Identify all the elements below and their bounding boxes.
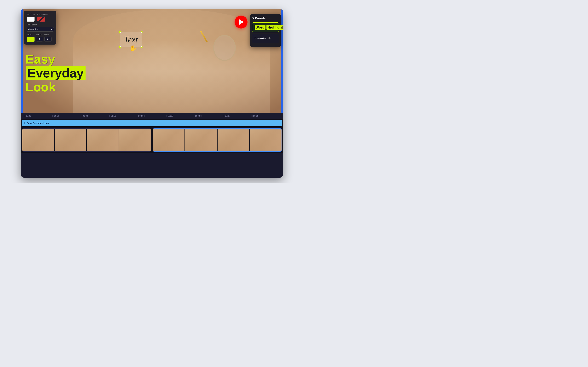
prop-dash: Dash 0: [44, 33, 51, 42]
prop-row-colors: Text Color Background: [27, 13, 54, 22]
time-mark-8: | 00:08: [251, 115, 280, 117]
border-label: Border: [36, 33, 43, 36]
thumbnail-4: [119, 129, 151, 151]
handle-top-right[interactable]: [141, 31, 142, 33]
draggable-text-element[interactable]: Text ✋: [120, 32, 142, 47]
video-text-overlay: Easy Everyday Look: [26, 53, 86, 93]
time-mark-3: | 00:03: [109, 115, 138, 117]
text-track[interactable]: T Easy Everyday Look: [22, 120, 282, 126]
thumbnail-group-2[interactable]: [153, 128, 282, 152]
preset-item-karaoke[interactable]: Karaoke title: [252, 34, 279, 43]
presets-title: Presets: [255, 17, 266, 20]
editor-panel: Easy Everyday Look Text ✋: [21, 9, 283, 178]
properties-panel: Text Color Background Font Family Geeza …: [24, 11, 56, 45]
font-family-selector[interactable]: Geeza Pro ▾: [27, 27, 54, 32]
preset-word-text: Word: [255, 25, 266, 30]
preset-karaoke-word: Karaoke: [255, 37, 266, 40]
video-border-left: [21, 9, 23, 113]
time-mark-5: | 00:05: [166, 115, 195, 117]
video-preview: Easy Everyday Look Text ✋: [21, 9, 283, 113]
preset-item-word-highlight[interactable]: Word Highlight: [252, 22, 279, 33]
prop-font-family-group: Font Family Geeza Pro ▾: [27, 24, 54, 32]
stroke-color-swatch[interactable]: [27, 37, 35, 42]
background-swatch[interactable]: [37, 17, 45, 22]
dash-label: Dash: [44, 33, 51, 36]
draggable-text-content: Text: [124, 35, 138, 44]
thumbnail-3: [87, 129, 119, 151]
youtube-play-icon: [239, 19, 244, 25]
main-container: Easy Everyday Look Text ✋: [11, 6, 283, 178]
thumbnail-6: [185, 129, 217, 151]
dash-value[interactable]: 0: [44, 37, 51, 42]
cursor-hand-icon: ✋: [130, 45, 137, 52]
preset-highlight-badge: Highlight: [266, 25, 283, 30]
thumbnails-row: [21, 127, 283, 153]
handle-bottom-left[interactable]: [119, 46, 121, 48]
youtube-button[interactable]: [235, 16, 247, 28]
text-track-label: Easy Everyday Look: [27, 122, 49, 125]
font-family-label: Font Family: [27, 24, 54, 26]
text-line-easy: Easy: [26, 53, 86, 66]
thumbnail-group-1[interactable]: [22, 128, 151, 152]
handle-bottom-right[interactable]: [141, 46, 142, 48]
thumbnail-8: [250, 129, 282, 151]
text-track-icon: T: [24, 122, 26, 125]
time-mark-6: | 00:06: [195, 115, 223, 117]
border-value[interactable]: 1: [36, 37, 43, 42]
presets-chevron: ∨: [252, 17, 254, 20]
preset-word-highlight-label: Word Highlight: [255, 25, 276, 29]
time-mark-4: | 00:04: [138, 115, 166, 117]
handle-top-left[interactable]: [119, 31, 121, 33]
time-mark-0: | 00:00: [24, 115, 52, 117]
mirror-prop: [213, 35, 236, 61]
preset-karaoke-label: Karaoke title: [255, 37, 276, 40]
draggable-text-box[interactable]: Text ✋: [120, 32, 142, 47]
font-dropdown-arrow: ▾: [51, 28, 52, 30]
time-mark-7: | 00:07: [223, 115, 251, 117]
prop-background: Background: [37, 13, 48, 22]
thumbnail-5: [153, 129, 185, 151]
time-mark-2: | 00:02: [81, 115, 109, 117]
text-color-swatch[interactable]: [27, 17, 35, 22]
video-border-right: [281, 9, 283, 113]
presets-panel: ∨ Presets Word Highlight Karaoke title: [250, 14, 281, 47]
timeline-marks: | 00:00 | 00:01 | 00:02 | 00:03 | 00:04 …: [24, 115, 280, 117]
timeline-section: | 00:00 | 00:01 | 00:02 | 00:03 | 00:04 …: [21, 113, 283, 153]
timeline-ruler: | 00:00 | 00:01 | 00:02 | 00:03 | 00:04 …: [21, 113, 283, 119]
text-line-look: Look: [26, 81, 86, 93]
font-family-value: Geeza Pro: [28, 28, 38, 30]
text-line-everyday: Everyday: [26, 66, 86, 80]
stroke-label: Stroke: [27, 33, 35, 36]
prop-stroke-section: Stroke Border 1 Dash 0: [27, 33, 54, 42]
prop-stroke: Stroke: [27, 33, 35, 42]
text-color-label: Text Color: [27, 13, 35, 16]
background-label: Background: [37, 13, 48, 16]
prop-border: Border 1: [36, 33, 43, 42]
thumbnail-1: [22, 129, 54, 151]
time-mark-1: | 00:01: [52, 115, 81, 117]
prop-text-color: Text Color: [27, 13, 35, 22]
thumbnail-7: [218, 129, 249, 151]
preset-title-word: title: [267, 37, 271, 40]
presets-header: ∨ Presets: [252, 17, 279, 20]
thumbnail-2: [55, 129, 86, 151]
